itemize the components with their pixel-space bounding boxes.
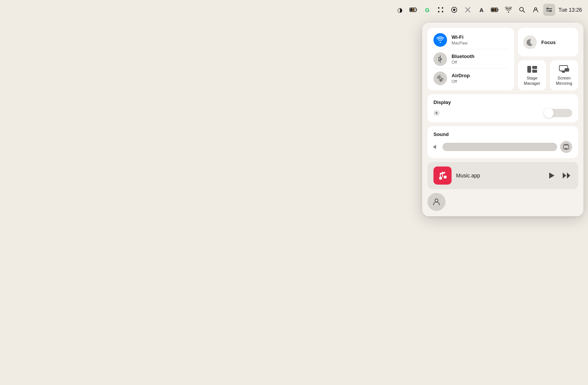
battery-charging-icon[interactable] — [407, 4, 420, 16]
svg-line-35 — [435, 111, 435, 112]
wifi-sublabel: MacPaw — [452, 40, 467, 46]
bluetooth-icon-circle — [433, 52, 447, 66]
svg-point-3 — [442, 7, 443, 9]
svg-point-5 — [442, 11, 443, 12]
svg-point-40 — [444, 176, 447, 179]
svg-line-36 — [438, 115, 439, 115]
airdrop-sublabel: Off — [452, 79, 470, 84]
airdrop-toggle[interactable]: AirDrop Off — [432, 69, 510, 87]
svg-rect-42 — [440, 173, 441, 178]
bluetooth-text: Bluetooth Off — [452, 53, 475, 65]
bluetooth-sublabel: Off — [452, 60, 475, 65]
airdrop-icon-circle — [433, 72, 447, 85]
stage-manager-label: Stage Manager — [521, 75, 543, 86]
play-button[interactable] — [547, 170, 556, 181]
svg-rect-28 — [562, 72, 565, 73]
svg-rect-25 — [532, 70, 537, 73]
brightness-low-icon — [433, 110, 439, 116]
control-center-menubar-icon[interactable] — [543, 4, 555, 16]
focus-tile[interactable]: Focus — [518, 28, 578, 57]
svg-rect-23 — [527, 66, 531, 73]
music-app-name: Music.app — [456, 173, 542, 179]
menubar-time: Tue 13:26 — [558, 7, 582, 13]
svg-rect-24 — [532, 66, 537, 69]
battery2-charging-icon[interactable] — [489, 4, 501, 16]
svg-point-7 — [453, 9, 455, 11]
search-menubar-icon[interactable] — [516, 4, 528, 16]
sound-title: Sound — [433, 131, 572, 137]
wifi-icon-circle — [433, 33, 447, 47]
svg-point-2 — [438, 7, 439, 9]
brightness-slider[interactable] — [443, 109, 572, 117]
sound-section: Sound — [427, 126, 578, 158]
crossed-tools-icon[interactable] — [462, 4, 474, 16]
airdrop-label: AirDrop — [452, 73, 470, 79]
screen-mirroring-label: Screen Mirroring — [553, 75, 575, 86]
music-controls — [547, 170, 572, 181]
svg-point-4 — [438, 11, 439, 12]
wifi-label: Wi-Fi — [452, 34, 467, 40]
screenium-icon[interactable] — [448, 4, 460, 16]
volume-slider[interactable] — [443, 143, 557, 151]
music-app-icon — [433, 167, 452, 185]
stage-manager-tile[interactable]: Stage Manager — [518, 60, 546, 90]
right-group: Focus Stage Manager — [518, 28, 578, 90]
dots-icon[interactable] — [435, 4, 447, 16]
bottom-row — [427, 193, 578, 211]
svg-line-38 — [435, 115, 435, 115]
volume-slider-row — [433, 141, 572, 153]
network-group: Wi-Fi MacPaw Bluetooth Off — [427, 28, 514, 90]
half-circle-icon[interactable]: ◑ — [394, 4, 406, 16]
control-center-panel: Wi-Fi MacPaw Bluetooth Off — [422, 23, 583, 216]
airplay-button[interactable] — [560, 141, 572, 153]
screen-mirroring-tile[interactable]: Screen Mirroring — [550, 60, 578, 90]
user-menubar-icon[interactable] — [530, 4, 542, 16]
bluetooth-toggle[interactable]: Bluetooth Off — [432, 50, 510, 69]
display-section: Display — [427, 94, 578, 122]
top-row: Wi-Fi MacPaw Bluetooth Off — [427, 28, 578, 90]
svg-point-22 — [439, 77, 441, 79]
bluetooth-label: Bluetooth — [452, 53, 475, 60]
svg-point-43 — [435, 199, 438, 202]
fast-forward-button[interactable] — [561, 170, 572, 181]
user-account-button[interactable] — [427, 193, 446, 211]
svg-rect-29 — [565, 68, 569, 72]
wifi-toggle[interactable]: Wi-Fi MacPaw — [432, 31, 510, 49]
text-a-icon[interactable]: A — [475, 4, 487, 16]
music-section: Music.app — [427, 162, 578, 189]
menubar: ◑ G A — [0, 0, 588, 20]
stage-manager-icon — [527, 65, 537, 74]
svg-line-37 — [438, 111, 439, 112]
grammarly-icon[interactable]: G — [421, 4, 433, 16]
svg-line-13 — [523, 11, 525, 13]
volume-low-icon — [433, 144, 439, 150]
screen-mirroring-icon — [559, 65, 570, 74]
focus-label: Focus — [541, 40, 556, 45]
brightness-slider-row — [433, 109, 572, 117]
wifi-menubar-icon[interactable] — [502, 4, 514, 16]
svg-point-30 — [435, 112, 438, 114]
airdrop-text: AirDrop Off — [452, 73, 470, 84]
stage-mirror-row: Stage Manager Screen Mirroring — [518, 60, 578, 90]
focus-moon-icon — [523, 35, 537, 49]
wifi-text: Wi-Fi MacPaw — [452, 34, 467, 46]
display-title: Display — [433, 99, 572, 105]
